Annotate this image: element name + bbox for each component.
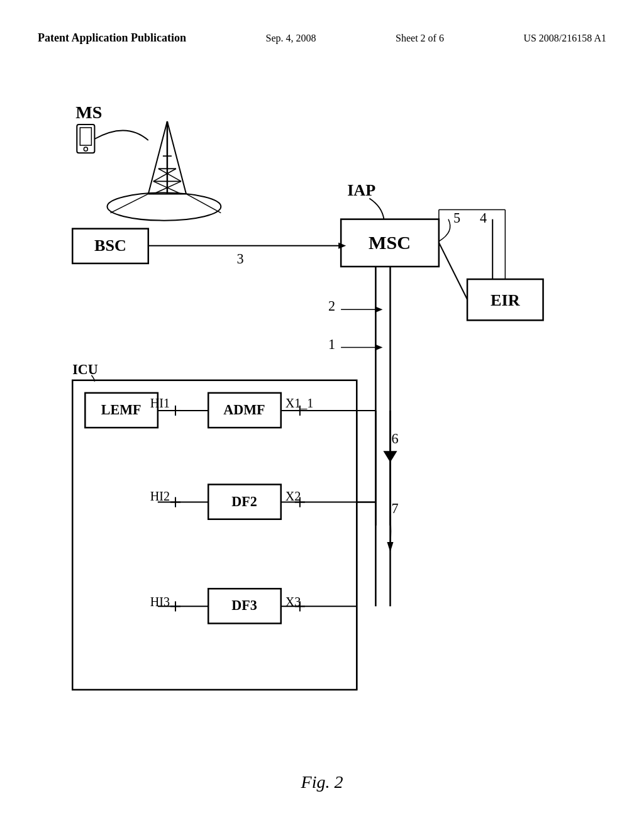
df2-text: DF2 xyxy=(231,494,257,509)
ms-label: MS xyxy=(75,102,102,122)
publication-title: Patent Application Publication xyxy=(38,31,186,45)
bsc-msc-arrowhead xyxy=(338,243,346,249)
icu-label: ICU xyxy=(72,362,98,377)
hi2-label: HI2 xyxy=(150,489,170,503)
msc-text: MSC xyxy=(369,232,411,253)
x2-label: X2 xyxy=(286,489,301,503)
label-5: 5 xyxy=(453,210,460,226)
sheet-info: Sheet 2 of 6 xyxy=(396,33,444,44)
lemf-text: LEMF xyxy=(101,402,142,418)
label-2: 2 xyxy=(328,298,335,314)
ms-signal-curve xyxy=(94,130,148,140)
label2-arrowhead xyxy=(375,306,382,313)
label-7: 7 xyxy=(391,501,398,516)
iap-brace xyxy=(369,198,384,219)
hi1-label: HI1 xyxy=(150,396,170,410)
diagram-area: MS xyxy=(38,75,606,755)
dish-line-left xyxy=(111,194,148,213)
diagram-svg: MS xyxy=(38,75,606,755)
label5-brace xyxy=(439,219,450,241)
label-1: 1 xyxy=(328,336,335,352)
eir-text: EIR xyxy=(491,291,521,309)
tower-x3 xyxy=(158,169,181,181)
admf-text: ADMF xyxy=(223,402,265,418)
figure-label: Fig. 2 xyxy=(0,772,644,792)
patent-number: US 2008/216158 A1 xyxy=(523,33,606,44)
tower-x4 xyxy=(153,169,176,181)
iap-label: IAP xyxy=(347,181,375,199)
label1-arrowhead xyxy=(375,345,382,351)
label-4: 4 xyxy=(480,210,487,226)
icu-box xyxy=(72,380,357,690)
phone-icon xyxy=(77,124,94,153)
bsc-text: BSC xyxy=(94,236,126,255)
page: Patent Application Publication Sep. 4, 2… xyxy=(0,0,644,830)
page-header: Patent Application Publication Sep. 4, 2… xyxy=(38,31,606,45)
phone-screen xyxy=(80,128,91,145)
tower-dish xyxy=(107,192,221,220)
label-6: 6 xyxy=(391,431,398,446)
label-3: 3 xyxy=(236,251,243,267)
phone-button xyxy=(84,147,87,151)
msc-eir-line xyxy=(439,243,467,299)
publication-date: Sep. 4, 2008 xyxy=(266,33,316,44)
df3-text: DF3 xyxy=(231,597,257,613)
